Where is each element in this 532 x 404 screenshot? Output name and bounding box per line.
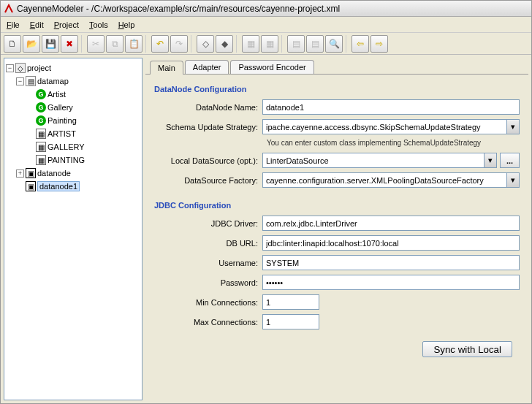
input-min-connections[interactable] xyxy=(262,294,319,310)
row-url: DB URL: xyxy=(154,235,520,251)
save-icon[interactable]: 💾 xyxy=(42,35,59,53)
tree-root[interactable]: − ◇ project xyxy=(6,61,140,75)
expander-icon[interactable]: − xyxy=(16,77,24,85)
input-password[interactable] xyxy=(262,275,520,290)
dbentity-icon: ▦ xyxy=(36,142,46,152)
datanode-icon: ▣ xyxy=(26,181,36,191)
objentity-icon: G xyxy=(36,102,46,113)
label-strategy: Schema Update Strategy: xyxy=(154,123,262,132)
tree-label: project xyxy=(27,64,51,72)
tree-label: datamap xyxy=(37,77,69,85)
row-name: DataNode Name: xyxy=(154,99,520,115)
label-driver: JDBC Driver: xyxy=(154,219,262,228)
menu-file[interactable]: File xyxy=(7,20,20,29)
sync-button[interactable]: Sync with Local xyxy=(422,341,512,357)
expander-icon[interactable]: − xyxy=(6,64,14,72)
label-localds: Local DataSource (opt.): xyxy=(154,156,262,165)
row-user: Username: xyxy=(154,255,520,270)
back-icon[interactable]: ⇦ xyxy=(352,35,369,53)
tree-label: GALLERY xyxy=(48,142,85,151)
chevron-down-icon[interactable]: ▾ xyxy=(484,153,496,167)
forward-icon[interactable]: ⇨ xyxy=(370,35,388,53)
app-window: CayenneModeler - /C:/workspace/example/s… xyxy=(0,0,532,404)
input-datanode-name[interactable] xyxy=(262,99,520,115)
datamap-icon[interactable]: ◇ xyxy=(197,35,214,53)
open-icon[interactable]: 📂 xyxy=(23,35,40,53)
tool3-icon[interactable]: ▤ xyxy=(287,35,305,53)
window-title: CayenneModeler - /C:/workspace/example/s… xyxy=(17,4,340,14)
body: − ◇ project − ▤ datamap G Artist G Galle… xyxy=(1,55,531,403)
tree-db-gallery[interactable]: ▦ GALLERY xyxy=(6,140,140,153)
menubar: File Edit Project Tools Help xyxy=(1,17,531,33)
combo-localds[interactable]: ▾ xyxy=(262,153,497,168)
objentity-icon: G xyxy=(36,89,46,99)
label-name: DataNode Name: xyxy=(154,103,262,112)
combo-strategy[interactable]: ▾ xyxy=(262,119,520,134)
menu-tools[interactable]: Tools xyxy=(89,20,108,29)
tree-datanode1[interactable]: ▣ datanode1 xyxy=(6,180,140,193)
menu-edit[interactable]: Edit xyxy=(30,20,44,29)
dbentity-icon: ▦ xyxy=(36,155,46,165)
tree-panel[interactable]: − ◇ project − ▤ datamap G Artist G Galle… xyxy=(4,58,142,400)
tab-main[interactable]: Main xyxy=(150,61,183,75)
main-panel: Main Adapter Password Encoder DataNode C… xyxy=(145,58,528,400)
menu-project[interactable]: Project xyxy=(54,20,79,29)
row-dsf: DataSource Factory: ▾ xyxy=(154,172,520,188)
input-localds[interactable] xyxy=(262,153,497,168)
tab-adapter[interactable]: Adapter xyxy=(185,60,229,74)
input-username[interactable] xyxy=(262,255,520,270)
chevron-down-icon[interactable]: ▾ xyxy=(506,120,519,134)
row-strategy: Schema Update Strategy: ▾ xyxy=(154,119,520,134)
tree-label: ARTIST xyxy=(48,129,76,138)
row-pass: Password: xyxy=(154,275,520,290)
label-user: Username: xyxy=(154,259,262,267)
copy-icon[interactable]: ⧉ xyxy=(106,35,123,53)
label-min: Min Connections: xyxy=(154,298,262,307)
datamap-icon: ▤ xyxy=(26,76,36,86)
tree-datamap[interactable]: − ▤ datamap xyxy=(6,75,140,88)
tree-db-artist[interactable]: ▦ ARTIST xyxy=(6,127,140,140)
hint-strategy: You can enter custom class implementing … xyxy=(267,139,520,147)
tool4-icon[interactable]: ▤ xyxy=(306,35,324,53)
tree-db-painting[interactable]: ▦ PAINTING xyxy=(6,153,140,167)
input-url[interactable] xyxy=(262,235,520,251)
toolbar: 🗋 📂 💾 ✖ ✂ ⧉ 📋 ↶ ↷ ◇ ◆ ▦ ▦ ▤ ▤ 🔍 ⇦ ⇨ xyxy=(1,33,531,55)
app-icon xyxy=(4,4,14,14)
datanode-icon[interactable]: ◆ xyxy=(216,35,233,53)
tool1-icon[interactable]: ▦ xyxy=(242,35,259,53)
undo-icon[interactable]: ↶ xyxy=(151,35,169,53)
input-strategy[interactable] xyxy=(262,119,520,134)
tree-obj-gallery[interactable]: G Gallery xyxy=(6,101,140,114)
menu-help[interactable]: Help xyxy=(118,20,135,29)
datanode-icon: ▣ xyxy=(26,168,36,178)
input-max-connections[interactable] xyxy=(262,314,319,329)
input-dsf[interactable] xyxy=(262,172,520,188)
titlebar: CayenneModeler - /C:/workspace/example/s… xyxy=(1,1,531,17)
row-driver: JDBC Driver: xyxy=(154,216,520,231)
tree-obj-painting[interactable]: G Painting xyxy=(6,114,140,127)
tree-label: Painting xyxy=(48,116,77,125)
objentity-icon: G xyxy=(36,115,46,126)
browse-button[interactable]: ... xyxy=(500,153,520,168)
input-driver[interactable] xyxy=(262,216,520,231)
tree-obj-artist[interactable]: G Artist xyxy=(6,88,140,101)
label-url: DB URL: xyxy=(154,239,262,248)
paste-icon[interactable]: 📋 xyxy=(125,35,142,53)
project-icon: ◇ xyxy=(15,63,26,73)
tool2-icon[interactable]: ▦ xyxy=(261,35,278,53)
new-icon[interactable]: 🗋 xyxy=(4,35,21,53)
expander-icon[interactable]: + xyxy=(16,169,24,178)
tab-password-encoder[interactable]: Password Encoder xyxy=(230,60,314,74)
delete-icon[interactable]: ✖ xyxy=(61,35,78,53)
tree-label: datanode xyxy=(37,169,71,178)
cut-icon[interactable]: ✂ xyxy=(87,35,104,53)
zoom-icon[interactable]: 🔍 xyxy=(325,35,343,53)
section-datanode: DataNode Configuration xyxy=(154,85,520,94)
tab-bar: Main Adapter Password Encoder xyxy=(145,58,528,74)
redo-icon[interactable]: ↷ xyxy=(170,35,188,53)
tree-datanode[interactable]: + ▣ datanode xyxy=(6,167,140,180)
chevron-down-icon[interactable]: ▾ xyxy=(506,173,519,187)
label-max: Max Connections: xyxy=(154,318,262,327)
combo-dsf[interactable]: ▾ xyxy=(262,172,520,188)
row-min: Min Connections: xyxy=(154,294,520,310)
